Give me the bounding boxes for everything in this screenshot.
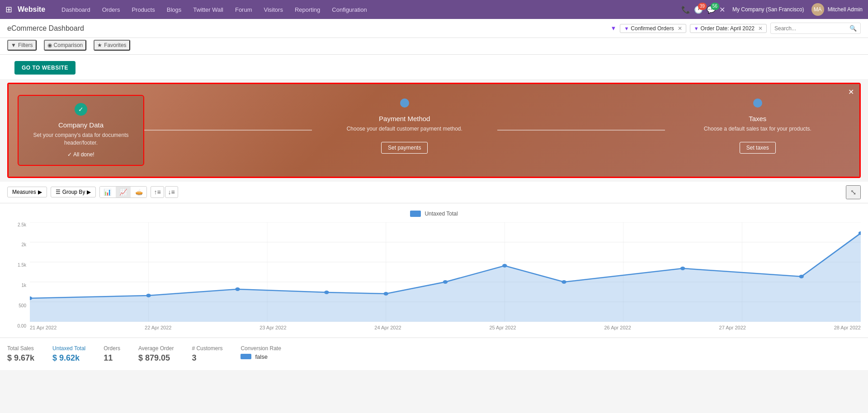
sort-buttons: ↑≡ ↓≡ <box>151 186 178 198</box>
stat-conversion-rate: Conversion Rate false <box>241 345 281 360</box>
customers-value: 3 <box>192 353 222 363</box>
step-company-data: ✓ Company Data Set your company's data f… <box>18 95 144 166</box>
banner-steps-container: ✓ Company Data Set your company's data f… <box>18 95 850 166</box>
stat-total-sales: Total Sales $ 9.67k <box>7 345 34 363</box>
filter-tag-close[interactable]: ✕ <box>678 25 682 32</box>
search-input[interactable] <box>774 25 848 32</box>
step1-desc: Set your company's data for documents he… <box>28 131 134 147</box>
step-payment-method: Payment Method Choose your default custo… <box>312 95 498 157</box>
phone-icon[interactable]: 📞 <box>681 5 690 14</box>
data-point-8 <box>680 267 685 270</box>
nav-twitter-wall[interactable]: Twitter Wall <box>188 5 229 15</box>
stat-customers: # Customers 3 <box>192 345 222 363</box>
step-connector-1 <box>144 130 312 131</box>
legend-color-box <box>410 211 421 217</box>
favorites-button[interactable]: ★ Favorites <box>94 40 130 51</box>
list-icon: ☰ <box>56 189 61 195</box>
chart-with-yaxis: 2.5k 2k 1.5k 1k 500 0.00 <box>7 222 861 330</box>
chat-icon[interactable]: 💬56 <box>707 5 716 14</box>
x-label-2: 23 Apr 2022 <box>259 325 286 330</box>
setup-banner: ✕ ✓ Company Data Set your company's data… <box>7 83 861 178</box>
step-taxes: Taxes Choose a default sales tax for you… <box>665 95 851 157</box>
group-by-button[interactable]: ☰ Group By ▶ <box>51 187 96 197</box>
banner-close-button[interactable]: ✕ <box>848 88 854 96</box>
user-avatar[interactable]: MA <box>811 3 824 16</box>
nav-forum[interactable]: Forum <box>230 5 258 15</box>
filter-tag-order-date[interactable]: ▼ Order Date: April 2022 ✕ <box>690 24 767 33</box>
nav-dashboard[interactable]: Dashboard <box>56 5 96 15</box>
measures-arrow: ▶ <box>38 189 42 195</box>
toolbar-row: ▼ Filters ◉ Comparison ★ Favorites <box>0 38 868 55</box>
data-point-3 <box>324 291 329 294</box>
chart-svg <box>30 222 861 322</box>
stat-avg-order: Average Order $ 879.05 <box>138 345 174 363</box>
step2-desc: Choose your default customer payment met… <box>347 125 462 133</box>
step1-title: Company Data <box>58 121 104 129</box>
step2-title: Payment Method <box>379 115 430 122</box>
y-label-3: 1.5k <box>7 263 26 268</box>
chart-legend: Untaxed Total <box>7 211 861 217</box>
filter-icon3: ▼ <box>11 42 16 48</box>
header-bar: eCommerce Dashboard ▼ ▼ Confirmed Orders… <box>0 19 868 38</box>
untaxed-total-value: $ 9.62k <box>52 353 85 363</box>
y-axis: 2.5k 2k 1.5k 1k 500 0.00 <box>7 222 30 330</box>
data-point-5 <box>443 280 448 284</box>
set-payments-button[interactable]: Set payments <box>381 142 428 154</box>
filter-date-close[interactable]: ✕ <box>758 25 763 32</box>
y-label-1: 500 <box>7 303 26 308</box>
sort-desc-button[interactable]: ↓≡ <box>165 186 178 198</box>
step3-title: Taxes <box>749 115 766 122</box>
pie-chart-button[interactable]: 🥧 <box>132 187 146 197</box>
data-point-9 <box>799 275 804 278</box>
chart-canvas: 21 Apr 2022 22 Apr 2022 23 Apr 2022 24 A… <box>30 222 861 330</box>
measures-button[interactable]: Measures ▶ <box>7 187 47 197</box>
nav-configuration[interactable]: Configuration <box>326 5 372 15</box>
go-to-website-button[interactable]: GO TO WEBSITE <box>14 61 75 75</box>
comparison-icon: ◉ <box>47 42 52 48</box>
search-icon[interactable]: 🔍 <box>849 25 857 32</box>
measures-label: Measures <box>12 189 36 195</box>
x-label-5: 26 Apr 2022 <box>604 325 631 330</box>
nav-visitors[interactable]: Visitors <box>259 5 288 15</box>
comparison-button[interactable]: ◉ Comparison <box>44 40 87 51</box>
step1-done-text: ✓ All done! <box>67 151 94 158</box>
nav-blogs[interactable]: Blogs <box>161 5 187 15</box>
sort-asc-button[interactable]: ↑≡ <box>151 186 164 198</box>
favorites-label: Favorites <box>104 42 126 48</box>
x-label-1: 22 Apr 2022 <box>145 325 171 330</box>
group-by-label: Group By <box>62 189 85 195</box>
filter-tag-label: Confirmed Orders <box>631 25 674 32</box>
x-label-4: 25 Apr 2022 <box>489 325 516 330</box>
data-point-6 <box>502 264 507 268</box>
search-box[interactable]: 🔍 <box>770 23 861 34</box>
conversion-label: Conversion Rate <box>241 345 281 352</box>
expand-button[interactable]: ⤡ <box>846 185 861 199</box>
line-chart-button[interactable]: 📈 <box>116 187 131 197</box>
filters-button[interactable]: ▼ Filters <box>7 40 37 51</box>
brand-name: Website <box>18 5 45 14</box>
y-label-5: 2.5k <box>7 222 26 227</box>
filter-funnel-icon: ▼ <box>611 25 617 32</box>
data-point-1 <box>146 294 151 297</box>
filter-tag-confirmed-orders[interactable]: ▼ Confirmed Orders ✕ <box>620 24 686 33</box>
clock-icon[interactable]: 🕐39 <box>694 5 703 14</box>
go-to-website-container: GO TO WEBSITE <box>0 55 868 79</box>
set-taxes-button[interactable]: Set taxes <box>740 142 776 154</box>
bar-chart-button[interactable]: 📊 <box>100 187 115 197</box>
y-label-2: 1k <box>7 283 26 288</box>
top-navigation: ⊞ Website Dashboard Orders Products Blog… <box>0 0 868 19</box>
x-axis-labels: 21 Apr 2022 22 Apr 2022 23 Apr 2022 24 A… <box>30 323 861 330</box>
total-sales-label: Total Sales <box>7 345 34 352</box>
chat-badge: 56 <box>711 3 719 10</box>
data-point-4 <box>383 292 388 296</box>
y-label-4: 2k <box>7 242 26 247</box>
filter-date-label: Order Date: April 2022 <box>701 25 755 32</box>
app-grid-icon[interactable]: ⊞ <box>5 5 12 14</box>
nav-orders[interactable]: Orders <box>97 5 126 15</box>
y-label-0: 0.00 <box>7 324 26 329</box>
untaxed-total-label: Untaxed Total <box>52 345 85 352</box>
nav-products[interactable]: Products <box>126 5 160 15</box>
legend-label: Untaxed Total <box>425 211 458 217</box>
close-icon[interactable]: ✕ <box>719 5 725 14</box>
nav-reporting[interactable]: Reporting <box>289 5 326 15</box>
